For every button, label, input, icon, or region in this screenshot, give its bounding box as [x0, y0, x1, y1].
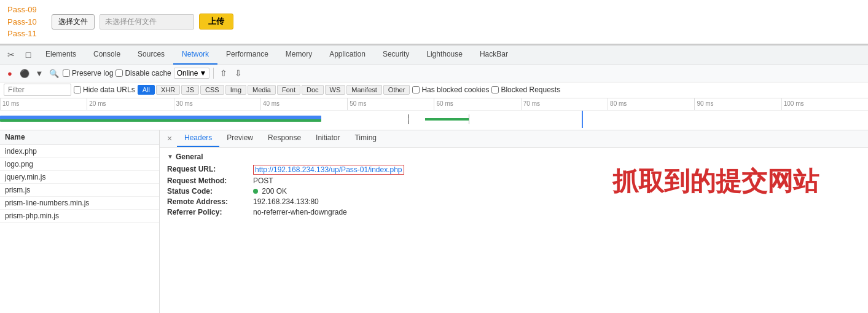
tab-network[interactable]: Network: [173, 45, 217, 65]
detail-tab-timing[interactable]: Timing: [347, 130, 384, 148]
filter-tag-all[interactable]: All: [138, 85, 155, 95]
ruler-30ms: 30 ms: [174, 98, 260, 110]
tab-application[interactable]: Application: [321, 45, 374, 65]
ruler-20ms: 20 ms: [87, 98, 173, 110]
ruler-60ms: 60 ms: [434, 98, 520, 110]
filter-tag-js[interactable]: JS: [181, 85, 199, 95]
remote-address-value: 192.168.234.133:80: [253, 197, 319, 206]
search-button[interactable]: 🔍: [48, 67, 60, 79]
detail-tab-response[interactable]: Response: [260, 130, 308, 148]
ruler-40ms: 40 ms: [260, 98, 347, 110]
import-icon[interactable]: ⇧: [217, 67, 230, 79]
detail-close-button[interactable]: ×: [162, 131, 177, 146]
request-method-row: Request Method: POST: [167, 176, 861, 185]
disable-cache-checkbox[interactable]: Disable cache: [115, 69, 171, 77]
detail-tab-initiator[interactable]: Initiator: [308, 130, 347, 148]
ruler-70ms: 70 ms: [521, 98, 608, 110]
tab-lighthouse[interactable]: Lighthouse: [418, 45, 471, 65]
preserve-log-checkbox[interactable]: Preserve log: [63, 69, 113, 77]
tab-elements[interactable]: Elements: [37, 45, 85, 65]
detail-panel: × Headers Preview Response Initiator Tim…: [160, 130, 868, 314]
file-item-index[interactable]: index.php: [0, 145, 159, 158]
tab-hackbar[interactable]: HackBar: [471, 45, 517, 65]
general-collapse-arrow[interactable]: ▼: [167, 153, 173, 160]
filter-tag-media[interactable]: Media: [248, 85, 276, 95]
main-content: Name index.php logo.png jquery.min.js pr…: [0, 130, 868, 314]
network-toolbar: ● ⚫ ▼ 🔍 Preserve log Disable cache Onlin…: [0, 65, 868, 82]
blocked-requests-input[interactable]: [491, 86, 499, 93]
waterfall-bar-1-green: [0, 119, 321, 122]
referrer-policy-key: Referrer Policy:: [167, 208, 253, 216]
cursor-icon[interactable]: ✂: [2, 46, 20, 63]
filter-tag-ws[interactable]: WS: [325, 85, 346, 95]
ruler-100ms: 100 ms: [781, 98, 868, 110]
filter-tag-font[interactable]: Font: [277, 85, 300, 95]
pass-item-09[interactable]: Pass-09: [7, 4, 37, 16]
filter-tag-manifest[interactable]: Manifest: [346, 85, 382, 95]
file-item-jquery[interactable]: jquery.min.js: [0, 171, 159, 184]
file-choose-button[interactable]: 选择文件: [52, 14, 95, 30]
file-no-selected-label: 未选择任何文件: [100, 14, 194, 30]
file-item-logo[interactable]: logo.png: [0, 158, 159, 171]
timeline-ruler: 10 ms 20 ms 30 ms 40 ms 50 ms 60 ms 70 m…: [0, 98, 868, 111]
tab-sources[interactable]: Sources: [129, 45, 173, 65]
tab-performance[interactable]: Performance: [217, 45, 277, 65]
tab-console[interactable]: Console: [85, 45, 129, 65]
filter-tag-doc[interactable]: Doc: [302, 85, 324, 95]
waterfall-area: [0, 111, 868, 129]
timeline-bar: 10 ms 20 ms 30 ms 40 ms 50 ms 60 ms 70 m…: [0, 98, 868, 130]
request-url-key: Request URL:: [167, 165, 253, 175]
throttle-dropdown[interactable]: Online ▼: [174, 68, 210, 79]
ruler-50ms: 50 ms: [347, 98, 434, 110]
filter-tag-xhr[interactable]: XHR: [156, 85, 180, 95]
remote-address-key: Remote Address:: [167, 197, 253, 206]
waterfall-bar-2-green: [425, 118, 469, 121]
pass-list: Pass-09 Pass-10 Pass-11: [7, 4, 37, 40]
devtools-tab-bar: ✂ □ Elements Console Sources Network Per…: [0, 46, 868, 65]
filter-tag-other[interactable]: Other: [383, 85, 410, 95]
ruler-90ms: 90 ms: [694, 98, 781, 110]
detail-tab-preview[interactable]: Preview: [219, 130, 260, 148]
general-section-title: ▼ General: [167, 153, 861, 161]
blocked-requests-checkbox[interactable]: Blocked Requests: [491, 85, 560, 94]
pass-item-10[interactable]: Pass-10: [7, 16, 37, 28]
hide-data-urls-checkbox[interactable]: Hide data URLs: [74, 85, 135, 94]
request-url-value[interactable]: http://192.168.234.133/up/Pass-01/index.…: [253, 165, 404, 175]
file-list-panel: Name index.php logo.png jquery.min.js pr…: [0, 130, 160, 314]
has-blocked-cookies-input[interactable]: [412, 86, 420, 93]
record-button[interactable]: ●: [4, 67, 16, 79]
filter-bar: Hide data URLs All XHR JS CSS Img Media …: [0, 82, 868, 98]
hide-data-urls-input[interactable]: [74, 86, 81, 93]
filter-icon-button[interactable]: ▼: [33, 67, 45, 79]
file-item-prism-line[interactable]: prism-line-numbers.min.js: [0, 197, 159, 210]
file-list-header: Name: [0, 130, 159, 145]
clear-button[interactable]: ⚫: [18, 67, 31, 79]
status-code-row: Status Code: 200 OK: [167, 187, 861, 196]
upload-button[interactable]: 上传: [199, 14, 233, 30]
toolbar-divider: [213, 68, 214, 79]
filter-input[interactable]: [4, 84, 71, 96]
request-method-key: Request Method:: [167, 176, 253, 185]
detail-tab-headers[interactable]: Headers: [177, 130, 219, 148]
has-blocked-cookies-checkbox[interactable]: Has blocked cookies: [412, 85, 489, 94]
file-item-prism[interactable]: prism.js: [0, 184, 159, 197]
status-code-value: 200 OK: [253, 187, 287, 196]
filter-tag-css[interactable]: CSS: [200, 85, 224, 95]
dock-icon[interactable]: □: [20, 46, 37, 63]
headers-section: ▼ General Request URL: http://192.168.23…: [160, 148, 868, 314]
file-item-prism-php[interactable]: prism-php.min.js: [0, 210, 159, 223]
status-code-key: Status Code:: [167, 187, 253, 196]
pass-item-11[interactable]: Pass-11: [7, 28, 37, 40]
request-url-row: Request URL: http://192.168.234.133/up/P…: [167, 165, 861, 175]
tab-security[interactable]: Security: [374, 45, 418, 65]
referrer-policy-value: no-referrer-when-downgrade: [253, 208, 347, 216]
disable-cache-input[interactable]: [115, 69, 123, 77]
preserve-log-input[interactable]: [63, 69, 70, 77]
request-method-value: POST: [253, 176, 273, 185]
filter-tag-img[interactable]: Img: [225, 85, 246, 95]
tab-memory[interactable]: Memory: [277, 45, 321, 65]
referrer-policy-row: Referrer Policy: no-referrer-when-downgr…: [167, 208, 861, 216]
throttle-arrow-icon: ▼: [199, 69, 206, 77]
remote-address-row: Remote Address: 192.168.234.133:80: [167, 197, 861, 206]
export-icon[interactable]: ⇩: [232, 67, 244, 79]
